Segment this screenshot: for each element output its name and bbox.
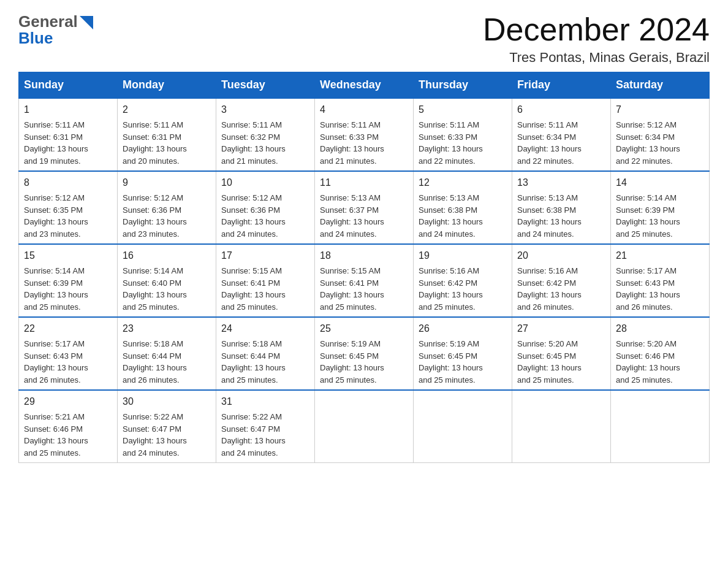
day-info: Sunrise: 5:12 AMSunset: 6:36 PMDaylight:… bbox=[123, 193, 187, 239]
day-info: Sunrise: 5:11 AMSunset: 6:34 PMDaylight:… bbox=[517, 120, 582, 166]
logo-blue-text: Blue bbox=[18, 29, 93, 48]
calendar-day-cell: 21 Sunrise: 5:17 AMSunset: 6:43 PMDaylig… bbox=[611, 244, 710, 317]
day-info: Sunrise: 5:19 AMSunset: 6:45 PMDaylight:… bbox=[320, 339, 384, 385]
calendar-day-cell: 17 Sunrise: 5:15 AMSunset: 6:41 PMDaylig… bbox=[216, 244, 315, 317]
calendar-week-row: 8 Sunrise: 5:12 AMSunset: 6:35 PMDayligh… bbox=[19, 171, 710, 244]
title-block: December 2024 Tres Pontas, Minas Gerais,… bbox=[483, 12, 710, 66]
calendar-empty-cell bbox=[315, 390, 414, 463]
calendar-day-cell: 22 Sunrise: 5:17 AMSunset: 6:43 PMDaylig… bbox=[19, 317, 118, 390]
calendar-day-cell: 20 Sunrise: 5:16 AMSunset: 6:42 PMDaylig… bbox=[512, 244, 611, 317]
day-info: Sunrise: 5:13 AMSunset: 6:38 PMDaylight:… bbox=[517, 193, 582, 239]
calendar-day-cell: 19 Sunrise: 5:16 AMSunset: 6:42 PMDaylig… bbox=[414, 244, 512, 317]
calendar-day-cell: 5 Sunrise: 5:11 AMSunset: 6:33 PMDayligh… bbox=[414, 98, 512, 171]
day-number: 30 bbox=[123, 394, 211, 409]
day-number: 11 bbox=[320, 175, 408, 190]
day-number: 5 bbox=[419, 102, 507, 117]
day-number: 13 bbox=[517, 175, 605, 190]
col-header-tuesday: Tuesday bbox=[216, 72, 315, 99]
day-number: 2 bbox=[123, 102, 211, 117]
calendar-empty-cell bbox=[414, 390, 512, 463]
day-number: 28 bbox=[616, 321, 704, 336]
calendar-header-row: SundayMondayTuesdayWednesdayThursdayFrid… bbox=[19, 72, 710, 99]
calendar-day-cell: 12 Sunrise: 5:13 AMSunset: 6:38 PMDaylig… bbox=[414, 171, 512, 244]
day-number: 29 bbox=[24, 394, 112, 409]
calendar-day-cell: 3 Sunrise: 5:11 AMSunset: 6:32 PMDayligh… bbox=[216, 98, 315, 171]
day-info: Sunrise: 5:15 AMSunset: 6:41 PMDaylight:… bbox=[320, 266, 384, 312]
day-info: Sunrise: 5:18 AMSunset: 6:44 PMDaylight:… bbox=[221, 339, 286, 385]
day-number: 9 bbox=[123, 175, 211, 190]
day-number: 23 bbox=[123, 321, 211, 336]
calendar-week-row: 15 Sunrise: 5:14 AMSunset: 6:39 PMDaylig… bbox=[19, 244, 710, 317]
calendar-table: SundayMondayTuesdayWednesdayThursdayFrid… bbox=[18, 72, 710, 463]
col-header-sunday: Sunday bbox=[19, 72, 118, 99]
col-header-thursday: Thursday bbox=[414, 72, 512, 99]
col-header-saturday: Saturday bbox=[611, 72, 710, 99]
calendar-day-cell: 9 Sunrise: 5:12 AMSunset: 6:36 PMDayligh… bbox=[118, 171, 216, 244]
calendar-empty-cell bbox=[512, 390, 611, 463]
day-info: Sunrise: 5:11 AMSunset: 6:33 PMDaylight:… bbox=[320, 120, 384, 166]
day-number: 4 bbox=[320, 102, 408, 117]
day-number: 6 bbox=[517, 102, 605, 117]
day-number: 10 bbox=[221, 175, 309, 190]
calendar-day-cell: 14 Sunrise: 5:14 AMSunset: 6:39 PMDaylig… bbox=[611, 171, 710, 244]
day-info: Sunrise: 5:17 AMSunset: 6:43 PMDaylight:… bbox=[616, 266, 680, 312]
day-number: 26 bbox=[419, 321, 507, 336]
day-info: Sunrise: 5:15 AMSunset: 6:41 PMDaylight:… bbox=[221, 266, 286, 312]
day-info: Sunrise: 5:12 AMSunset: 6:34 PMDaylight:… bbox=[616, 120, 680, 166]
day-number: 7 bbox=[616, 102, 704, 117]
calendar-day-cell: 11 Sunrise: 5:13 AMSunset: 6:37 PMDaylig… bbox=[315, 171, 414, 244]
day-number: 8 bbox=[24, 175, 112, 190]
day-info: Sunrise: 5:11 AMSunset: 6:31 PMDaylight:… bbox=[24, 120, 88, 166]
calendar-day-cell: 6 Sunrise: 5:11 AMSunset: 6:34 PMDayligh… bbox=[512, 98, 611, 171]
day-info: Sunrise: 5:12 AMSunset: 6:36 PMDaylight:… bbox=[221, 193, 286, 239]
day-info: Sunrise: 5:22 AMSunset: 6:47 PMDaylight:… bbox=[123, 412, 187, 458]
day-number: 19 bbox=[419, 248, 507, 263]
day-number: 1 bbox=[24, 102, 112, 117]
calendar-day-cell: 23 Sunrise: 5:18 AMSunset: 6:44 PMDaylig… bbox=[118, 317, 216, 390]
calendar-day-cell: 25 Sunrise: 5:19 AMSunset: 6:45 PMDaylig… bbox=[315, 317, 414, 390]
calendar-day-cell: 28 Sunrise: 5:20 AMSunset: 6:46 PMDaylig… bbox=[611, 317, 710, 390]
day-info: Sunrise: 5:21 AMSunset: 6:46 PMDaylight:… bbox=[24, 412, 88, 458]
col-header-monday: Monday bbox=[118, 72, 216, 99]
day-number: 21 bbox=[616, 248, 704, 263]
day-number: 3 bbox=[221, 102, 309, 117]
day-info: Sunrise: 5:13 AMSunset: 6:38 PMDaylight:… bbox=[419, 193, 483, 239]
day-info: Sunrise: 5:16 AMSunset: 6:42 PMDaylight:… bbox=[517, 266, 582, 312]
calendar-day-cell: 10 Sunrise: 5:12 AMSunset: 6:36 PMDaylig… bbox=[216, 171, 315, 244]
day-info: Sunrise: 5:14 AMSunset: 6:39 PMDaylight:… bbox=[24, 266, 88, 312]
day-info: Sunrise: 5:19 AMSunset: 6:45 PMDaylight:… bbox=[419, 339, 483, 385]
page-header: General Blue December 2024 Tres Pontas, … bbox=[18, 12, 710, 66]
calendar-week-row: 29 Sunrise: 5:21 AMSunset: 6:46 PMDaylig… bbox=[19, 390, 710, 463]
day-number: 31 bbox=[221, 394, 309, 409]
day-number: 24 bbox=[221, 321, 309, 336]
day-info: Sunrise: 5:14 AMSunset: 6:40 PMDaylight:… bbox=[123, 266, 187, 312]
month-title: December 2024 bbox=[483, 12, 710, 47]
calendar-empty-cell bbox=[611, 390, 710, 463]
day-info: Sunrise: 5:14 AMSunset: 6:39 PMDaylight:… bbox=[616, 193, 680, 239]
day-number: 16 bbox=[123, 248, 211, 263]
day-number: 12 bbox=[419, 175, 507, 190]
day-number: 17 bbox=[221, 248, 309, 263]
calendar-day-cell: 1 Sunrise: 5:11 AMSunset: 6:31 PMDayligh… bbox=[19, 98, 118, 171]
svg-marker-0 bbox=[80, 16, 93, 29]
calendar-day-cell: 16 Sunrise: 5:14 AMSunset: 6:40 PMDaylig… bbox=[118, 244, 216, 317]
day-info: Sunrise: 5:20 AMSunset: 6:45 PMDaylight:… bbox=[517, 339, 582, 385]
day-number: 27 bbox=[517, 321, 605, 336]
calendar-day-cell: 29 Sunrise: 5:21 AMSunset: 6:46 PMDaylig… bbox=[19, 390, 118, 463]
day-info: Sunrise: 5:16 AMSunset: 6:42 PMDaylight:… bbox=[419, 266, 483, 312]
col-header-friday: Friday bbox=[512, 72, 611, 99]
day-number: 14 bbox=[616, 175, 704, 190]
calendar-week-row: 22 Sunrise: 5:17 AMSunset: 6:43 PMDaylig… bbox=[19, 317, 710, 390]
col-header-wednesday: Wednesday bbox=[315, 72, 414, 99]
day-number: 15 bbox=[24, 248, 112, 263]
day-info: Sunrise: 5:12 AMSunset: 6:35 PMDaylight:… bbox=[24, 193, 88, 239]
calendar-day-cell: 13 Sunrise: 5:13 AMSunset: 6:38 PMDaylig… bbox=[512, 171, 611, 244]
calendar-day-cell: 27 Sunrise: 5:20 AMSunset: 6:45 PMDaylig… bbox=[512, 317, 611, 390]
calendar-day-cell: 24 Sunrise: 5:18 AMSunset: 6:44 PMDaylig… bbox=[216, 317, 315, 390]
day-info: Sunrise: 5:11 AMSunset: 6:31 PMDaylight:… bbox=[123, 120, 187, 166]
calendar-day-cell: 15 Sunrise: 5:14 AMSunset: 6:39 PMDaylig… bbox=[19, 244, 118, 317]
day-info: Sunrise: 5:11 AMSunset: 6:33 PMDaylight:… bbox=[419, 120, 483, 166]
day-info: Sunrise: 5:20 AMSunset: 6:46 PMDaylight:… bbox=[616, 339, 680, 385]
day-info: Sunrise: 5:17 AMSunset: 6:43 PMDaylight:… bbox=[24, 339, 88, 385]
logo-arrow-icon bbox=[80, 16, 93, 29]
